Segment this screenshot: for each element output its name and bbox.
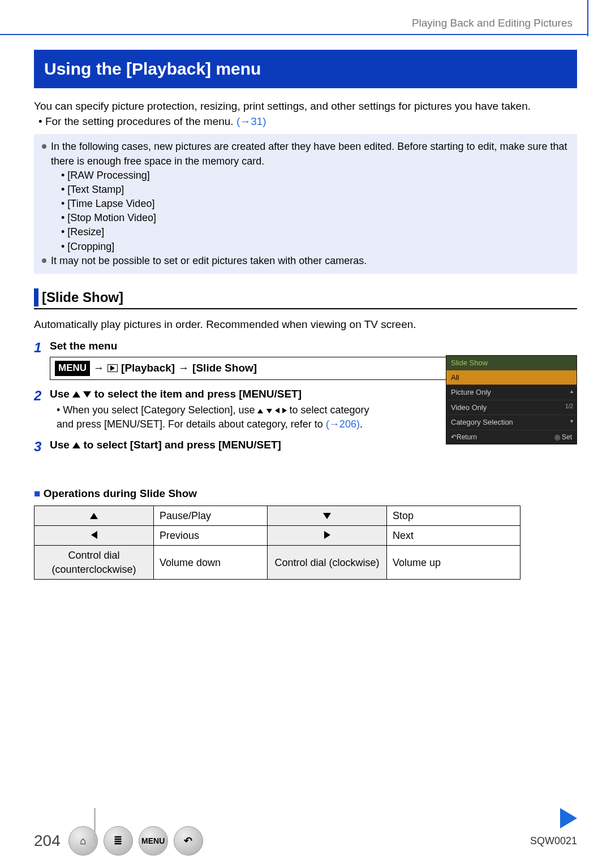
menu-label: MENU xyxy=(141,836,165,847)
section-label: Playing Back and Editing Pictures xyxy=(34,16,573,31)
ss-item: Category Selection▾ xyxy=(446,414,576,430)
left-arrow-icon xyxy=(275,408,279,413)
page-indicator: 1/2 xyxy=(565,403,573,411)
home-button[interactable]: ⌂ xyxy=(68,826,98,856)
header-border-right xyxy=(587,0,588,35)
up-arrow-icon xyxy=(72,442,80,448)
ss-item: Picture Only▴ xyxy=(446,385,576,400)
note-item: • [RAW Processing] xyxy=(42,169,569,183)
cell-key: Control dial (counterclockwise) xyxy=(35,546,154,580)
ref-link-31[interactable]: (→31) xyxy=(236,115,266,127)
step-1-title: Set the menu xyxy=(50,339,577,353)
table-row: Pause/Play Stop xyxy=(35,506,520,525)
ui-screenshot: Slide Show All Picture Only▴ Video Only1… xyxy=(446,355,577,444)
page-footer: 204 ⌂ ≣ MENU ↶ SQW0021 xyxy=(34,826,577,856)
cell-action: Volume down xyxy=(154,546,268,580)
cell-action: Volume up xyxy=(387,546,520,580)
intro-bullet: • For the setting procedures of the menu… xyxy=(38,114,577,129)
notes-box: In the following cases, new pictures are… xyxy=(34,134,577,274)
footer-divider xyxy=(94,808,96,844)
arrow-right-icon xyxy=(560,808,577,828)
table-row: Control dial (counterclockwise) Volume d… xyxy=(35,546,520,580)
manual-page: Playing Back and Editing Pictures Using … xyxy=(0,0,611,868)
list-icon: ≣ xyxy=(114,834,122,848)
ss-footer: ↶Return ◎ Set xyxy=(446,430,576,444)
note-2: It may not be possible to set or edit pi… xyxy=(42,254,569,268)
back-icon: ↶ xyxy=(184,834,192,848)
cell-key xyxy=(268,506,387,525)
menu-badge: MENU xyxy=(55,361,90,376)
cell-action: Stop xyxy=(387,506,520,525)
up-arrow-icon xyxy=(90,513,98,519)
down-arrow-icon xyxy=(323,513,331,519)
header-border-top xyxy=(0,34,588,36)
page-title: Using the [Playback] menu xyxy=(34,50,577,89)
intro-text: You can specify picture protection, resi… xyxy=(34,98,577,114)
menu-path-playback: [Playback] xyxy=(121,361,175,375)
right-arrow-icon xyxy=(324,531,330,539)
ref-link-206[interactable]: (→206) xyxy=(326,418,360,430)
subheading-desc: Automatically play pictures in order. Re… xyxy=(34,317,577,332)
right-arrow-icon xyxy=(282,408,287,413)
next-page-arrow[interactable] xyxy=(560,808,577,828)
contents-button[interactable]: ≣ xyxy=(104,826,133,856)
menu-path-slideshow: [Slide Show] xyxy=(192,361,257,375)
cell-action: Next xyxy=(387,526,520,546)
left-arrow-icon xyxy=(91,531,97,539)
note-1: In the following cases, new pictures are… xyxy=(42,140,569,168)
cell-key xyxy=(35,506,154,525)
back-button[interactable]: ↶ xyxy=(174,826,203,856)
cell-action: Previous xyxy=(154,526,268,546)
intro-bullet-text: • For the setting procedures of the menu… xyxy=(38,115,236,127)
menu-button[interactable]: MENU xyxy=(139,826,168,856)
up-arrow-icon xyxy=(257,409,263,413)
ops-table: Pause/Play Stop Previous Next Control di… xyxy=(34,506,520,580)
down-arrow-icon xyxy=(266,409,272,413)
ss-set: ◎ Set xyxy=(554,433,572,442)
note-item: • [Stop Motion Video] xyxy=(42,211,569,225)
subheading-slideshow: [Slide Show] xyxy=(34,288,577,309)
ops-heading: Operations during Slide Show xyxy=(34,486,577,501)
ss-item-selected: All xyxy=(446,370,576,385)
page-number: 204 xyxy=(34,830,61,852)
ss-title: Slide Show xyxy=(446,356,576,370)
step-number: 1 xyxy=(34,339,50,380)
step-2-sub: • When you select [Category Selection], … xyxy=(50,403,372,431)
cell-action: Pause/Play xyxy=(154,506,268,525)
cell-key: Control dial (clockwise) xyxy=(268,546,387,580)
step-2-title: Use to select the item and press [MENU/S… xyxy=(50,387,372,401)
down-arrow-icon xyxy=(83,391,91,398)
home-icon: ⌂ xyxy=(80,834,86,848)
note-item: • [Time Lapse Video] xyxy=(42,197,569,211)
playback-icon xyxy=(107,364,118,372)
up-arrow-icon xyxy=(72,391,80,398)
document-id: SQW0021 xyxy=(530,834,577,848)
note-item: • [Resize] xyxy=(42,225,569,239)
scroll-down-icon: ▾ xyxy=(570,417,573,425)
note-item: • [Cropping] xyxy=(42,240,569,254)
table-row: Previous Next xyxy=(35,526,520,546)
scroll-up-icon: ▴ xyxy=(570,387,573,395)
note-item: • [Text Stamp] xyxy=(42,183,569,197)
cell-key xyxy=(35,526,154,546)
step-number: 3 xyxy=(34,438,50,456)
ss-return: ↶Return xyxy=(451,433,477,442)
cell-key xyxy=(268,526,387,546)
step-number: 2 xyxy=(34,387,50,431)
ss-item: Video Only1/2 xyxy=(446,400,576,415)
